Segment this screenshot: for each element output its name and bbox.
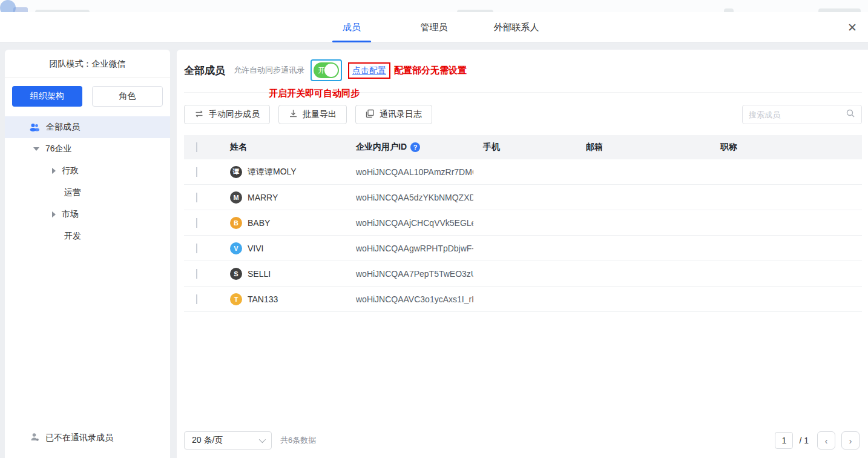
contact-log-button[interactable]: 通讯录日志 [355, 105, 432, 124]
toolbar: 手动同步成员 批量导出 [184, 105, 862, 124]
tree-item-label: 开发 [64, 231, 81, 242]
page-size-select[interactable]: 20 条/页 [184, 431, 272, 450]
member-userid: woHiJNCQAAjCHCqVVk5EGLePi... [346, 218, 473, 228]
members-panel: 全部成员 允许自动同步通讯录 开 点击配置 配置部分无需设置 开启开关即可自动同… [177, 50, 868, 458]
person-removed-icon [30, 433, 39, 443]
row-checkbox[interactable] [196, 167, 197, 177]
org-sidebar: 团队模式：企业微信 组织架构 角色 全部成员 [5, 50, 170, 458]
tree-item-label: 市场 [62, 209, 79, 220]
header-email: 邮箱 [576, 142, 711, 153]
table-row[interactable]: T TAN133 woHiJNCQAAVC3o1ycAxs1I_rH2... [184, 287, 862, 312]
team-mode-label: 团队模式：企业微信 [5, 50, 170, 78]
sync-icon [194, 110, 204, 120]
member-userid: woHiJNCQAAgwRPHTpDbjwF-9... [346, 244, 473, 253]
tab-members[interactable]: 成员 [311, 12, 393, 42]
table-footer: 20 条/页 共6条数据 / 1 ‹ › [184, 431, 862, 458]
search-icon[interactable] [846, 108, 855, 121]
members-table: 姓名 企业内用户ID ? 手机 邮箱 职称 谭 谭谭谭MOLY woHiJN [184, 135, 862, 312]
tree-item-administration[interactable]: 行政 [5, 160, 170, 182]
search-box [742, 105, 862, 124]
header-title: 职称 [711, 142, 862, 153]
total-count: 共6条数据 [280, 435, 316, 446]
tree-item-all-members[interactable]: 全部成员 [5, 116, 170, 138]
avatar: S [230, 268, 242, 280]
people-icon [29, 123, 40, 131]
background-avatar [0, 0, 16, 12]
member-userid: woHiJNCQAA7PepT5TwEO3zUjM... [346, 269, 473, 279]
row-checkbox[interactable] [196, 244, 197, 253]
row-checkbox[interactable] [196, 218, 197, 228]
page-size-value: 20 条/页 [192, 435, 223, 446]
tree-item-label: 运营 [64, 187, 81, 198]
avatar: T [230, 293, 242, 305]
prev-page-button[interactable]: ‹ [817, 431, 835, 450]
title-section: 全部成员 允许自动同步通讯录 开 点击配置 配置部分无需设置 开启开关即可自动同… [184, 50, 862, 93]
member-userid: woHiJNCQAA5dzYKbNMQZXDFu... [346, 193, 473, 202]
page-title: 全部成员 [184, 64, 225, 78]
annotation-box-config: 点击配置 [348, 62, 390, 79]
annotation-note-right: 配置部分无需设置 [394, 65, 467, 76]
manual-sync-button[interactable]: 手动同步成员 [184, 105, 270, 124]
search-input[interactable] [749, 110, 846, 119]
config-link[interactable]: 点击配置 [352, 65, 386, 75]
avatar: M [230, 191, 242, 204]
contact-log-label: 通讯录日志 [380, 109, 422, 120]
member-name: TAN133 [248, 294, 278, 304]
member-name: 谭谭谭MOLY [248, 167, 297, 178]
tree-item-marketing[interactable]: 市场 [5, 204, 170, 225]
member-name: VIVI [248, 244, 263, 253]
table-header-row: 姓名 企业内用户ID ? 手机 邮箱 职称 [184, 135, 862, 159]
close-icon[interactable]: ✕ [847, 21, 857, 33]
tree-item-label: 全部成员 [46, 122, 80, 133]
member-userid: woHiJNCQAAL10PAmzRr7DMGO... [346, 167, 473, 177]
pagination: / 1 ‹ › [775, 431, 860, 450]
member-name: SELLI [248, 269, 271, 279]
table-row[interactable]: M MARRY woHiJNCQAA5dzYKbNMQZXDFu... [184, 185, 862, 210]
org-tree: 全部成员 76企业 行政 运营 市场 开发 [5, 116, 170, 247]
tree-item-operations[interactable]: 运营 [5, 182, 170, 204]
modal-body: 团队模式：企业微信 组织架构 角色 全部成员 [0, 42, 868, 458]
header-phone: 手机 [473, 142, 576, 153]
sidebar-switcher: 组织架构 角色 [5, 78, 170, 114]
tab-external-contacts[interactable]: 外部联系人 [475, 12, 557, 42]
help-icon[interactable]: ? [410, 142, 420, 152]
removed-members-entry[interactable]: 已不在通讯录成员 [5, 433, 170, 458]
role-button[interactable]: 角色 [92, 86, 163, 107]
tree-item-company[interactable]: 76企业 [5, 138, 170, 160]
member-management-modal: 成员 管理员 外部联系人 ✕ 团队模式：企业微信 组织架构 角色 [0, 12, 868, 458]
batch-export-label: 批量导出 [303, 109, 337, 120]
row-checkbox[interactable] [196, 193, 197, 202]
avatar: V [230, 242, 242, 254]
auto-sync-toggle[interactable]: 开 [314, 62, 339, 78]
header-name: 姓名 [220, 142, 346, 153]
table-row[interactable]: B BABY woHiJNCQAAjCHCqVVk5EGLePi... [184, 210, 862, 236]
select-all-checkbox[interactable] [196, 142, 197, 152]
avatar: 谭 [230, 166, 242, 178]
chevron-down-icon [259, 436, 266, 443]
avatar: B [230, 217, 242, 229]
background-page-strip [0, 0, 868, 12]
tree-item-development[interactable]: 开发 [5, 225, 170, 247]
row-checkbox[interactable] [196, 269, 197, 279]
table-row[interactable]: V VIVI woHiJNCQAAgwRPHTpDbjwF-9... [184, 236, 862, 261]
chevron-right-icon [52, 168, 56, 174]
tree-item-label: 行政 [62, 165, 79, 176]
row-checkbox[interactable] [196, 294, 197, 304]
total-pages-label: / 1 [799, 436, 809, 445]
org-structure-button[interactable]: 组织架构 [12, 86, 82, 107]
next-page-button[interactable]: › [841, 431, 860, 450]
member-name: BABY [248, 218, 270, 228]
table-row[interactable]: 谭 谭谭谭MOLY woHiJNCQAAL10PAmzRr7DMGO... [184, 159, 862, 185]
download-icon [289, 109, 298, 120]
member-name: MARRY [248, 193, 278, 202]
batch-export-button[interactable]: 批量导出 [278, 105, 347, 124]
member-userid: woHiJNCQAAVC3o1ycAxs1I_rH2... [346, 294, 473, 304]
modal-tabbar: 成员 管理员 外部联系人 ✕ [0, 12, 868, 42]
table-row[interactable]: S SELLI woHiJNCQAA7PepT5TwEO3zUjM... [184, 261, 862, 287]
toggle-knob [324, 64, 338, 77]
tab-admins[interactable]: 管理员 [393, 12, 475, 42]
current-page-input[interactable] [775, 432, 793, 449]
log-icon [366, 109, 375, 120]
manual-sync-label: 手动同步成员 [209, 109, 260, 120]
chevron-right-icon [52, 211, 56, 217]
